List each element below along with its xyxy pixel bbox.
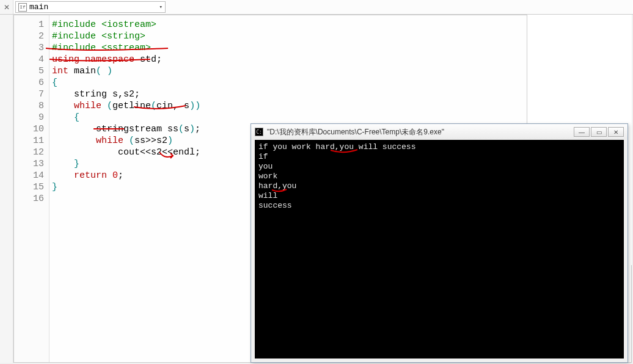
line-number: 15: [14, 181, 49, 193]
minimize-button[interactable]: —: [574, 127, 590, 137]
line-number: 6: [14, 77, 49, 89]
console-line: will: [258, 191, 620, 201]
line-number: 10: [14, 123, 49, 135]
function-dropdown[interactable]: If main ▾: [15, 1, 166, 13]
line-number: 4: [14, 54, 49, 65]
line-number: 11: [14, 135, 49, 147]
console-line: you: [258, 162, 620, 172]
chevron-down-icon: ▾: [159, 4, 163, 10]
console-body[interactable]: if you work hard,you will success if you…: [255, 140, 624, 359]
line-number: 2: [14, 31, 49, 42]
console-window: C: "D:\我的资料库\Documents\C-Free\Temp\未命名9.…: [251, 123, 628, 363]
console-titlebar[interactable]: C: "D:\我的资料库\Documents\C-Free\Temp\未命名9.…: [251, 124, 628, 140]
line-number: 8: [14, 100, 49, 112]
line-number: 14: [14, 170, 49, 181]
line-number: 9: [14, 112, 49, 123]
line-number: 13: [14, 158, 49, 170]
window-buttons: — ▭ ✕: [574, 127, 624, 137]
console-app-icon: C:: [255, 128, 263, 136]
line-number: 3: [14, 42, 49, 54]
console-line: work: [258, 172, 620, 181]
close-icon: ✕: [4, 3, 10, 12]
maximize-button[interactable]: ▭: [591, 127, 607, 137]
gutter: 1 2 3 4 5 6 7 8 9 10 11 12 13 14 15 16: [14, 15, 49, 362]
function-dropdown-label: main: [29, 2, 48, 12]
left-strip: [0, 15, 13, 363]
line-number: 16: [14, 193, 49, 205]
line-number: 7: [14, 89, 49, 100]
line-number: 1: [14, 19, 49, 31]
console-line: if: [258, 152, 620, 162]
console-line: success: [258, 201, 620, 211]
top-bar: ✕ If main ▾: [0, 0, 633, 15]
console-line: hard,you: [258, 181, 620, 191]
close-button[interactable]: ✕: [608, 127, 624, 137]
line-number: 5: [14, 65, 49, 77]
line-number: 12: [14, 147, 49, 158]
console-title-text: "D:\我的资料库\Documents\C-Free\Temp\未命名9.exe…: [267, 127, 444, 137]
close-tab-button[interactable]: ✕: [0, 0, 13, 14]
console-line: if you work hard,you will success: [258, 142, 620, 152]
function-icon: If: [18, 3, 27, 12]
